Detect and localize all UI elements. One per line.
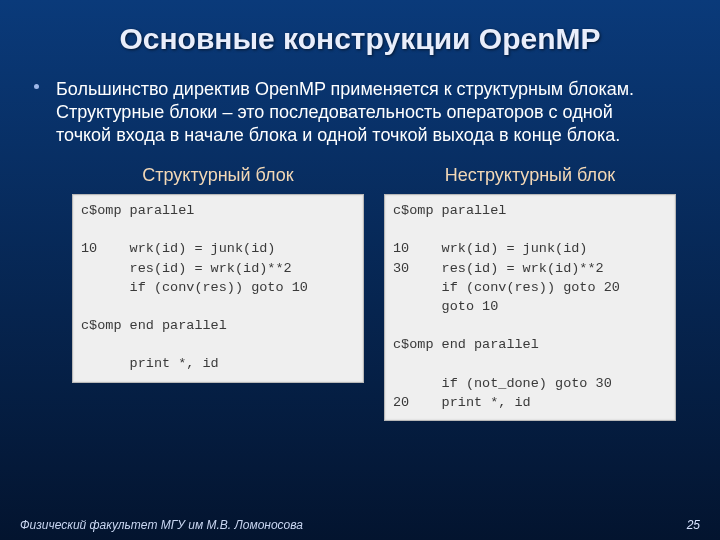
bullet-paragraph: Большинство директив OpenMP применяется …	[0, 74, 720, 147]
slide-title: Основные конструкции OpenMP	[0, 0, 720, 74]
left-code-block: c$omp parallel 10 wrk(id) = junk(id) res…	[72, 194, 364, 382]
left-column: Структурный блок c$omp parallel 10 wrk(i…	[72, 165, 364, 421]
bullet-dot-icon	[34, 84, 39, 89]
left-heading: Структурный блок	[72, 165, 364, 186]
page-number: 25	[687, 518, 700, 532]
right-code-block: c$omp parallel 10 wrk(id) = junk(id) 30 …	[384, 194, 676, 421]
footer-affiliation: Физический факультет МГУ им М.В. Ломонос…	[20, 518, 303, 532]
right-heading: Неструктурный блок	[384, 165, 676, 186]
bullet-text: Большинство директив OpenMP применяется …	[56, 79, 634, 145]
right-column: Неструктурный блок c$omp parallel 10 wrk…	[384, 165, 676, 421]
footer: Физический факультет МГУ им М.В. Ломонос…	[0, 518, 720, 532]
code-columns: Структурный блок c$omp parallel 10 wrk(i…	[0, 147, 720, 421]
